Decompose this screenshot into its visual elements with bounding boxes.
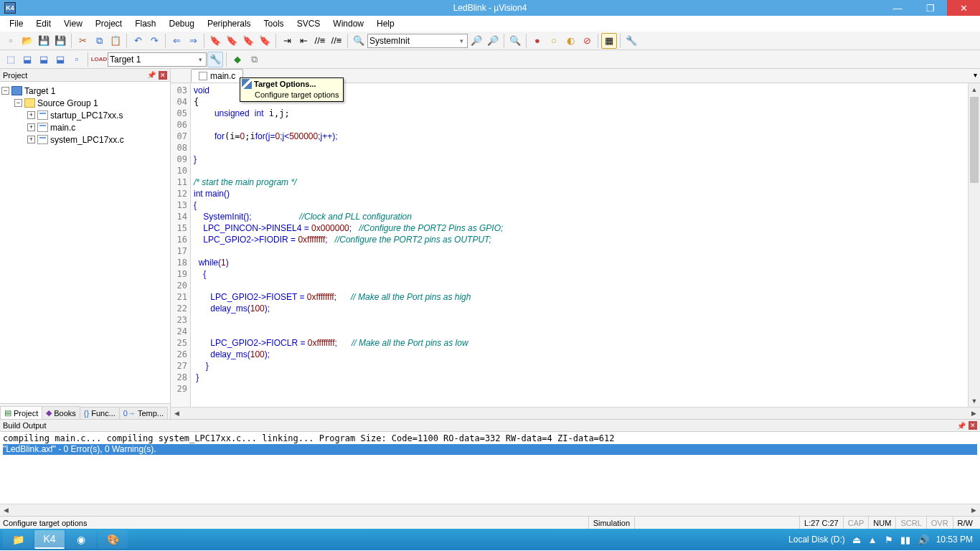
bookmark-prev-icon[interactable]: 🔖 — [224, 33, 240, 49]
incremental-find-icon[interactable]: 🔎 — [485, 33, 501, 49]
target-options-icon[interactable]: 🔧 — [207, 52, 223, 67]
build-output[interactable]: compiling main.c... compiling system_LPC… — [0, 432, 980, 504]
status-message: Configure target options — [3, 519, 87, 527]
nav-fwd-icon[interactable]: ⇒ — [185, 33, 201, 49]
redo-icon[interactable]: ↷ — [146, 33, 162, 49]
pin-icon[interactable]: 📌 — [146, 71, 157, 79]
indent-icon[interactable]: ⇥ — [279, 33, 295, 49]
breakpoint-disable-icon[interactable]: ◐ — [562, 33, 578, 49]
tree-file[interactable]: startup_LPC17xx.s — [50, 110, 123, 121]
c-file-icon — [199, 72, 207, 80]
download-icon[interactable]: LOAD — [91, 52, 107, 67]
scroll-left-icon[interactable]: ◀ — [171, 408, 183, 419]
menu-peripherals[interactable]: Peripherals — [201, 17, 258, 30]
expand-icon[interactable]: − — [1, 87, 9, 95]
editor-tab-main-c[interactable]: main.c — [191, 69, 243, 83]
scroll-up-icon[interactable]: ▲ — [969, 83, 980, 95]
cut-icon[interactable]: ✂ — [75, 33, 90, 49]
undo-icon[interactable]: ↶ — [130, 33, 146, 49]
volume-icon[interactable]: 🔊 — [918, 534, 929, 545]
stop-build-icon[interactable]: ▫ — [69, 52, 85, 67]
target-combo[interactable]: Target 1▾ — [108, 52, 207, 67]
find-icon[interactable]: 🔎 — [468, 33, 484, 49]
tab-project[interactable]: ▤Project — [0, 406, 42, 419]
menu-window[interactable]: Window — [326, 17, 370, 30]
breakpoint-kill-icon[interactable]: ⊘ — [579, 33, 595, 49]
manage-books-icon[interactable]: ⧉ — [246, 52, 262, 67]
expand-icon[interactable]: + — [27, 136, 35, 143]
comment-icon[interactable]: //≡ — [312, 33, 328, 49]
rebuild-icon[interactable]: ⬓ — [36, 52, 52, 67]
pin-icon[interactable]: 📌 — [956, 422, 967, 430]
taskbar-explorer-icon[interactable]: 📁 — [3, 530, 33, 549]
open-icon[interactable]: 📂 — [19, 33, 35, 49]
menu-edit[interactable]: Edit — [29, 17, 57, 30]
save-icon[interactable]: 💾 — [36, 33, 52, 49]
menu-file[interactable]: File — [3, 17, 29, 30]
scroll-right-icon[interactable]: ▶ — [968, 504, 980, 516]
tree-group[interactable]: Source Group 1 — [37, 98, 98, 108]
outdent-icon[interactable]: ⇤ — [296, 33, 311, 49]
panel-close-icon[interactable]: ✕ — [159, 71, 167, 80]
menu-svcs[interactable]: SVCS — [291, 17, 327, 30]
output-hscroll[interactable]: ◀ ▶ — [0, 504, 980, 516]
expand-icon[interactable]: + — [27, 123, 35, 131]
paste-icon[interactable]: 📋 — [108, 33, 123, 49]
breakpoint-insert-icon[interactable]: ● — [529, 33, 545, 49]
scroll-left-icon[interactable]: ◀ — [0, 504, 12, 516]
status-rw: R/W — [953, 517, 977, 529]
tray-disk-label[interactable]: Local Disk (D:) — [788, 534, 845, 545]
panel-close-icon[interactable]: ✕ — [969, 421, 977, 430]
copy-icon[interactable]: ⧉ — [91, 33, 107, 49]
tray-clock[interactable]: 10:53 PM — [936, 534, 973, 545]
tray-up-icon[interactable]: ▲ — [868, 534, 877, 545]
tree-file[interactable]: main.c — [50, 123, 75, 133]
editor-hscroll[interactable]: ◀ ▶ — [171, 407, 980, 419]
menu-view[interactable]: View — [57, 17, 89, 30]
translate-icon[interactable]: ⬚ — [3, 52, 19, 67]
menu-flash[interactable]: Flash — [128, 17, 162, 30]
tab-functions[interactable]: {}Func... — [80, 407, 120, 419]
taskbar-uvision-icon[interactable]: K4 — [34, 530, 65, 549]
find-combo[interactable]: SystemInit▾ — [367, 34, 468, 48]
bookmark-clear-icon[interactable]: 🔖 — [257, 33, 273, 49]
new-icon[interactable]: ▫ — [3, 33, 19, 49]
taskbar-chrome-icon[interactable]: ◉ — [66, 530, 96, 549]
expand-icon[interactable]: − — [14, 99, 22, 107]
scroll-right-icon[interactable]: ▶ — [968, 408, 980, 419]
flag-icon[interactable]: ⚑ — [885, 534, 893, 545]
build-icon[interactable]: ⬓ — [19, 52, 35, 67]
project-panel-tabs: ▤Project ◆Books {}Func... 0→Temp... — [0, 403, 170, 419]
code-editor[interactable]: void nt ms) { unsigned int i,j; for(i=0;… — [191, 83, 968, 407]
scroll-down-icon[interactable]: ▼ — [969, 395, 980, 407]
window-titlebar: K4 LedBlink - µVision4 — ❐ ✕ — [0, 0, 980, 16]
window-layout-icon[interactable]: ▦ — [601, 33, 617, 49]
tree-file[interactable]: system_LPC17xx.c — [50, 135, 124, 145]
menu-tools[interactable]: Tools — [258, 17, 291, 30]
menu-project[interactable]: Project — [89, 17, 128, 30]
expand-icon[interactable]: + — [27, 111, 35, 119]
find-in-files-icon[interactable]: 🔍 — [351, 33, 367, 49]
breakpoint-enable-icon[interactable]: ○ — [546, 33, 562, 49]
manage-components-icon[interactable]: ◆ — [230, 52, 245, 67]
safely-remove-icon[interactable]: ⏏ — [852, 534, 861, 545]
debug-icon[interactable]: 🔍 — [507, 33, 523, 49]
taskbar-paint-icon[interactable]: 🎨 — [98, 530, 128, 549]
save-all-icon[interactable]: 💾 — [52, 33, 68, 49]
configure-icon[interactable]: 🔧 — [623, 33, 639, 49]
tab-books[interactable]: ◆Books — [42, 406, 80, 419]
menu-help[interactable]: Help — [370, 17, 401, 30]
uncomment-icon[interactable]: //≡ — [329, 33, 344, 49]
nav-back-icon[interactable]: ⇐ — [169, 33, 184, 49]
project-tree[interactable]: −Target 1 −Source Group 1 +startup_LPC17… — [0, 82, 170, 403]
bookmark-icon[interactable]: 🔖 — [207, 33, 223, 49]
scroll-thumb[interactable] — [970, 97, 979, 183]
tab-dropdown-icon[interactable]: ▾ — [974, 71, 977, 79]
editor-vscroll[interactable]: ▲ ▼ — [968, 83, 980, 407]
bookmark-next-icon[interactable]: 🔖 — [240, 33, 256, 49]
menu-debug[interactable]: Debug — [163, 17, 201, 30]
tree-target[interactable]: Target 1 — [24, 86, 55, 96]
tab-templates[interactable]: 0→Temp... — [119, 407, 168, 419]
network-icon[interactable]: ▮▮ — [900, 534, 910, 545]
batch-build-icon[interactable]: ⬓ — [52, 52, 68, 67]
